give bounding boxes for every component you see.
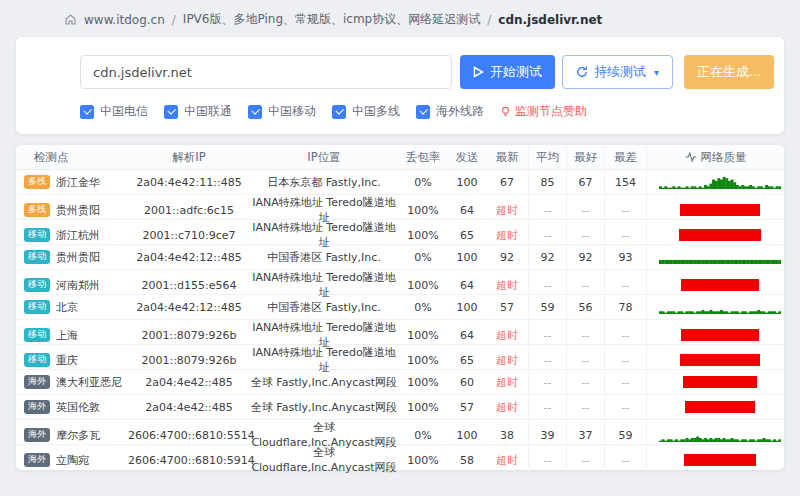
- node-cell: 海外英国伦敦: [16, 400, 128, 415]
- latest-latency: 超时: [486, 400, 528, 415]
- loss-rate: 100%: [398, 279, 448, 292]
- isp-badge: 海外: [24, 428, 50, 442]
- sponsor-link[interactable]: 监测节点赞助: [500, 103, 587, 120]
- ip-location: 中国香港区 Fastly,Inc.: [250, 300, 398, 315]
- avg-latency: --: [528, 395, 566, 419]
- timeout-bar: [679, 229, 761, 241]
- start-test-button[interactable]: 开始测试: [460, 55, 555, 89]
- ip-location: IANA特殊地址 Teredo隧道地址: [250, 270, 398, 300]
- line-checkbox-2[interactable]: 中国移动: [248, 103, 316, 120]
- line-checkbox-1[interactable]: 中国联通: [164, 103, 232, 120]
- sponsor-label: 监测节点赞助: [515, 103, 587, 120]
- node-cell: 多线贵州贵阳: [16, 203, 128, 218]
- isp-badge: 移动: [24, 278, 50, 292]
- checkbox-checked-icon: [416, 105, 430, 119]
- column-header: 解析IP: [128, 150, 250, 165]
- worst-latency: --: [604, 445, 646, 475]
- table-row: 移动上海2001::8079:926bIANA特殊地址 Teredo隧道地址10…: [16, 320, 784, 345]
- resolved-ip: 2606:4700::6810:5514: [128, 429, 250, 442]
- timeout-bar: [681, 279, 759, 291]
- node-cell: 移动北京: [16, 300, 128, 315]
- sent-count: 64: [448, 279, 486, 292]
- checkbox-label: 中国移动: [268, 103, 316, 120]
- best-latency: --: [566, 370, 604, 394]
- result-table: 检测点解析IPIP位置丢包率发送最新平均最好最差网络质量 多线浙江金华2a04:…: [16, 145, 784, 470]
- continuous-test-label: 持续测试: [594, 63, 646, 81]
- latency-sparkline: [659, 428, 781, 442]
- isp-badge: 移动: [24, 353, 50, 367]
- breadcrumb-site[interactable]: www.itdog.cn: [84, 13, 165, 27]
- resolved-ip: 2001::c710:9ce7: [128, 229, 250, 242]
- resolved-ip: 2a04:4e42::485: [128, 401, 250, 414]
- line-checkbox-0[interactable]: 中国电信: [80, 103, 148, 120]
- node-cell: 移动上海: [16, 328, 128, 343]
- sent-count: 57: [448, 401, 486, 414]
- isp-badge: 移动: [24, 300, 50, 314]
- node-name: 贵州贵阳: [56, 250, 100, 265]
- loss-rate: 100%: [398, 229, 448, 242]
- isp-badge: 海外: [24, 375, 50, 389]
- sponsor-bulb-icon: [500, 106, 511, 118]
- checkbox-checked-icon: [332, 105, 346, 119]
- resolved-ip: 2001::8079:926b: [128, 354, 250, 367]
- worst-latency: 93: [604, 245, 646, 269]
- latest-latency: 超时: [486, 353, 528, 368]
- line-checkbox-4[interactable]: 海外线路: [416, 103, 484, 120]
- generating-button: 正在生成...: [684, 55, 774, 89]
- line-checkbox-3[interactable]: 中国多线: [332, 103, 400, 120]
- table-row: 移动河南郑州2001::d155:e564IANA特殊地址 Teredo隧道地址…: [16, 270, 784, 295]
- isp-badge: 移动: [24, 250, 50, 264]
- latest-latency: 92: [486, 251, 528, 264]
- isp-badge: 移动: [24, 228, 50, 242]
- loss-rate: 100%: [398, 204, 448, 217]
- activity-icon: [685, 151, 697, 163]
- best-latency: --: [566, 445, 604, 475]
- loss-rate: 0%: [398, 251, 448, 264]
- sent-count: 65: [448, 229, 486, 242]
- table-row: 移动浙江杭州2001::c710:9ce7IANA特殊地址 Teredo隧道地址…: [16, 220, 784, 245]
- best-latency: --: [566, 395, 604, 419]
- loss-rate: 100%: [398, 454, 448, 467]
- host-input[interactable]: [80, 55, 452, 89]
- loss-rate: 100%: [398, 376, 448, 389]
- timeout-bar: [685, 401, 755, 413]
- breadcrumb: www.itdog.cn / IPV6版、多地Ping、常规版、icmp协议、网…: [0, 0, 800, 37]
- resolved-ip: 2a04:4e42:12::485: [128, 301, 250, 314]
- loss-rate: 100%: [398, 401, 448, 414]
- checkbox-checked-icon: [248, 105, 262, 119]
- column-header: IP位置: [250, 150, 398, 165]
- table-row: 海外摩尔多瓦2606:4700::6810:5514全球 Cloudflare,…: [16, 420, 784, 445]
- loss-rate: 100%: [398, 354, 448, 367]
- node-name: 浙江金华: [56, 175, 100, 190]
- latest-latency: 超时: [486, 375, 528, 390]
- worst-latency: --: [604, 370, 646, 394]
- table-row: 海外澳大利亚悉尼2a04:4e42::485全球 Fastly,Inc.Anyc…: [16, 370, 784, 395]
- sent-count: 58: [448, 454, 486, 467]
- sent-count: 100: [448, 176, 486, 189]
- ip-location: 全球 Cloudflare,Inc.Anycast网段: [250, 445, 398, 475]
- chevron-down-icon: ▾: [654, 67, 659, 78]
- resolved-ip: 2001::d155:e564: [128, 279, 250, 292]
- latest-latency: 超时: [486, 228, 528, 243]
- continuous-test-button[interactable]: 持续测试 ▾: [562, 55, 673, 89]
- avg-latency: 92: [528, 245, 566, 269]
- column-header: 最新: [486, 150, 528, 165]
- table-row: 移动重庆2001::8079:926bIANA特殊地址 Teredo隧道地址10…: [16, 345, 784, 370]
- isp-badge: 多线: [24, 175, 50, 189]
- node-cell: 海外立陶宛: [16, 453, 128, 468]
- node-cell: 海外摩尔多瓦: [16, 428, 128, 443]
- network-quality-cell: [646, 170, 784, 194]
- loss-rate: 100%: [398, 329, 448, 342]
- timeout-bar: [680, 354, 760, 366]
- node-cell: 移动贵州贵阳: [16, 250, 128, 265]
- table-row: 多线贵州贵阳2001::adfc:6c15IANA特殊地址 Teredo隧道地址…: [16, 195, 784, 220]
- node-name: 贵州贵阳: [56, 203, 100, 218]
- node-name: 河南郑州: [56, 278, 100, 293]
- column-header: 平均: [528, 145, 566, 169]
- breadcrumb-path[interactable]: IPV6版、多地Ping、常规版、icmp协议、网络延迟测试: [183, 11, 480, 28]
- timeout-bar: [683, 376, 757, 388]
- table-row: 海外立陶宛2606:4700::6810:5914全球 Cloudflare,I…: [16, 445, 784, 470]
- sent-count: 100: [448, 301, 486, 314]
- column-header: 丢包率: [398, 150, 448, 165]
- test-panel: 开始测试 持续测试 ▾ 正在生成... 中国电信中国联通中国移动中国多线海外线路…: [16, 37, 784, 134]
